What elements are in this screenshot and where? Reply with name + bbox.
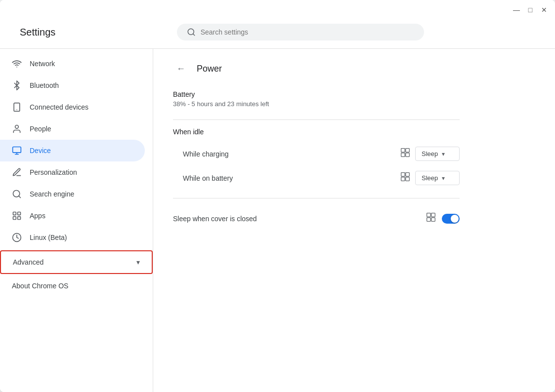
sidebar-item-people[interactable]: People bbox=[0, 118, 145, 140]
while-on-battery-dropdown[interactable]: Sleep ▾ bbox=[415, 171, 460, 185]
sidebar-item-people-label: People bbox=[30, 125, 51, 133]
divider-1 bbox=[173, 119, 460, 120]
sidebar-item-bluetooth-label: Bluetooth bbox=[30, 81, 59, 89]
laptop-icon bbox=[12, 146, 22, 156]
sleep-cover-row: Sleep when cover is closed bbox=[173, 206, 460, 231]
main-layout: Network Bluetooth Connected devices bbox=[0, 49, 555, 392]
sidebar: Network Bluetooth Connected devices bbox=[0, 49, 153, 392]
sidebar-item-apps[interactable]: Apps bbox=[0, 205, 145, 227]
sleep-cover-toggle[interactable] bbox=[442, 214, 460, 224]
while-charging-row: While charging Sleep ▾ bbox=[173, 142, 460, 166]
minimize-button[interactable]: — bbox=[512, 5, 521, 15]
while-charging-dropdown[interactable]: Sleep ▾ bbox=[415, 147, 460, 161]
svg-rect-12 bbox=[18, 212, 21, 215]
sidebar-item-personalization-label: Personalization bbox=[30, 168, 77, 176]
battery-grid-icon bbox=[400, 172, 410, 184]
battery-subtitle: 38% - 5 hours and 23 minutes left bbox=[173, 100, 460, 108]
sleep-cover-right bbox=[426, 212, 460, 225]
sidebar-item-device-label: Device bbox=[30, 147, 51, 155]
svg-rect-25 bbox=[431, 213, 435, 217]
search-icon bbox=[187, 28, 196, 37]
bluetooth-icon bbox=[12, 80, 22, 90]
sidebar-item-bluetooth[interactable]: Bluetooth bbox=[0, 75, 145, 96]
person-icon bbox=[12, 124, 22, 134]
settings-window: — □ ✕ Settings bbox=[0, 0, 555, 392]
sidebar-item-search-engine[interactable]: Search engine bbox=[0, 183, 145, 205]
sidebar-item-connected-devices-label: Connected devices bbox=[30, 103, 88, 111]
sidebar-item-about[interactable]: About Chrome OS bbox=[0, 276, 153, 296]
while-charging-label: While charging bbox=[183, 150, 392, 158]
app-title: Settings bbox=[20, 27, 55, 38]
sidebar-item-search-engine-label: Search engine bbox=[30, 190, 74, 198]
while-charging-right: Sleep ▾ bbox=[400, 147, 460, 161]
charging-grid-icon bbox=[400, 148, 410, 160]
sidebar-item-network[interactable]: Network bbox=[0, 53, 145, 75]
about-label: About Chrome OS bbox=[12, 282, 68, 290]
sidebar-item-linux-beta-label: Linux (Beta) bbox=[30, 234, 67, 241]
sidebar-item-linux-beta[interactable]: Linux (Beta) bbox=[0, 227, 145, 248]
title-bar-controls: — □ ✕ bbox=[512, 5, 549, 15]
page-title: Power bbox=[197, 64, 222, 74]
content-inner: ← Power Battery 38% - 5 hours and 23 min… bbox=[153, 49, 479, 242]
advanced-button[interactable]: Advanced ▾ bbox=[1, 251, 152, 273]
title-bar: — □ ✕ bbox=[0, 0, 555, 20]
while-on-battery-row: While on battery Sleep ▾ bbox=[173, 166, 460, 190]
svg-rect-6 bbox=[13, 147, 21, 153]
svg-point-5 bbox=[15, 125, 19, 129]
svg-line-1 bbox=[193, 34, 194, 35]
svg-rect-18 bbox=[401, 153, 405, 157]
while-on-battery-value: Sleep bbox=[422, 174, 438, 182]
svg-rect-23 bbox=[406, 177, 410, 181]
svg-rect-11 bbox=[13, 212, 16, 215]
apps-icon bbox=[12, 211, 22, 221]
battery-dropdown-arrow-icon: ▾ bbox=[442, 175, 445, 182]
device-icon bbox=[12, 102, 22, 112]
page-header: ← Power bbox=[173, 61, 460, 77]
search-input[interactable] bbox=[201, 28, 414, 36]
advanced-label: Advanced bbox=[13, 258, 43, 266]
sleep-cover-label: Sleep when cover is closed bbox=[173, 215, 418, 223]
svg-rect-27 bbox=[431, 218, 435, 222]
svg-rect-17 bbox=[406, 149, 410, 153]
svg-rect-13 bbox=[13, 217, 16, 220]
wifi-icon bbox=[12, 59, 22, 69]
svg-rect-14 bbox=[18, 217, 21, 220]
linux-icon bbox=[12, 233, 22, 242]
when-idle-heading: When idle bbox=[173, 128, 460, 136]
maximize-button[interactable]: □ bbox=[525, 5, 535, 15]
close-button[interactable]: ✕ bbox=[539, 5, 549, 15]
while-on-battery-label: While on battery bbox=[183, 174, 392, 182]
svg-rect-21 bbox=[406, 173, 410, 177]
sidebar-item-apps-label: Apps bbox=[30, 212, 45, 220]
sidebar-item-connected-devices[interactable]: Connected devices bbox=[0, 96, 145, 118]
back-button[interactable]: ← bbox=[173, 61, 189, 77]
battery-section: Battery 38% - 5 hours and 23 minutes lef… bbox=[173, 90, 460, 108]
battery-title: Battery bbox=[173, 90, 460, 98]
svg-rect-20 bbox=[401, 173, 405, 177]
sidebar-item-network-label: Network bbox=[30, 60, 55, 68]
pen-icon bbox=[12, 167, 22, 177]
svg-rect-24 bbox=[427, 213, 431, 217]
cover-grid-icon bbox=[426, 212, 436, 225]
content-area: ← Power Battery 38% - 5 hours and 23 min… bbox=[153, 49, 555, 392]
svg-line-10 bbox=[19, 196, 21, 198]
sidebar-item-personalization[interactable]: Personalization bbox=[0, 161, 145, 183]
header: Settings bbox=[0, 20, 555, 49]
svg-rect-22 bbox=[401, 177, 405, 181]
advanced-section: Advanced ▾ bbox=[0, 250, 153, 274]
svg-rect-16 bbox=[401, 149, 405, 153]
search-bar[interactable] bbox=[177, 24, 424, 40]
divider-2 bbox=[173, 198, 460, 198]
sidebar-item-device[interactable]: Device bbox=[0, 140, 145, 161]
while-charging-value: Sleep bbox=[422, 150, 438, 157]
svg-rect-26 bbox=[427, 218, 431, 222]
while-on-battery-right: Sleep ▾ bbox=[400, 171, 460, 185]
charging-dropdown-arrow-icon: ▾ bbox=[442, 151, 445, 157]
svg-rect-19 bbox=[406, 153, 410, 157]
search-engine-icon bbox=[12, 189, 22, 199]
chevron-down-icon: ▾ bbox=[136, 258, 140, 266]
